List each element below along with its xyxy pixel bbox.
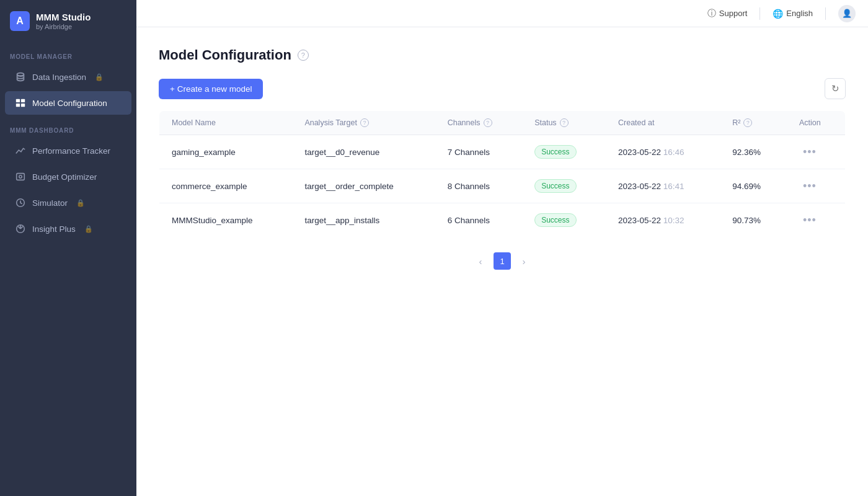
created-time: 16:46 <box>663 148 684 157</box>
sidebar-item-performance-tracker[interactable]: Performance Tracker <box>5 139 131 162</box>
cell-status: Success <box>522 135 606 169</box>
created-time: 10:32 <box>663 216 684 225</box>
cell-action: ••• <box>787 203 846 237</box>
table-header: Model Name Analysis Target ? Channels ? <box>159 111 846 135</box>
user-avatar[interactable]: 👤 <box>838 5 856 22</box>
cell-analysis-target: target__app_installs <box>292 203 435 237</box>
cell-created-at: 2023-05-22 10:32 <box>606 203 720 237</box>
logo-icon: A <box>10 11 30 31</box>
lock-icon-data-ingestion: 🔒 <box>95 73 104 81</box>
row-action-menu-button[interactable]: ••• <box>799 144 820 159</box>
refresh-icon: ↻ <box>831 83 839 94</box>
main-area: ⓘ Support 🌐 English 👤 Model Configuratio… <box>136 0 868 496</box>
cell-channels: 8 Channels <box>435 169 522 203</box>
support-button[interactable]: ⓘ Support <box>707 8 748 19</box>
cell-model-name: gaming_example <box>159 135 293 169</box>
model-icon <box>15 97 26 108</box>
topbar-divider-1 <box>760 7 760 20</box>
page-content: Model Configuration ? + Create a new mod… <box>136 27 868 496</box>
cell-r2: 92.36% <box>720 135 787 169</box>
cell-model-name: commerce_example <box>159 169 293 203</box>
cell-status: Success <box>522 169 606 203</box>
svg-rect-2 <box>16 104 20 107</box>
row-action-menu-button[interactable]: ••• <box>799 179 820 193</box>
status-badge: Success <box>534 213 576 227</box>
col-model-name: Model Name <box>159 111 293 135</box>
cell-created-at: 2023-05-22 16:41 <box>606 169 720 203</box>
chart-icon <box>15 145 26 156</box>
cell-r2: 90.73% <box>720 203 787 237</box>
status-badge: Success <box>534 145 576 159</box>
svg-rect-1 <box>21 99 25 102</box>
cell-channels: 6 Channels <box>435 203 522 237</box>
database-icon <box>15 71 26 82</box>
sidebar: A MMM Studio by Airbridge MODEL MANAGER … <box>0 0 136 496</box>
simulator-icon <box>15 197 26 208</box>
sidebar-item-model-configuration[interactable]: Model Configuration <box>5 91 131 115</box>
cell-status: Success <box>522 203 606 237</box>
cell-analysis-target: target__d0_revenue <box>292 135 435 169</box>
cell-model-name: MMMStudio_example <box>159 203 293 237</box>
support-icon: ⓘ <box>707 8 716 19</box>
sidebar-item-simulator[interactable]: Simulator 🔒 <box>5 191 131 215</box>
cell-action: ••• <box>787 135 846 169</box>
col-created-at: Created at <box>606 111 720 135</box>
sidebar-logo: A MMM Studio by Airbridge <box>0 0 136 42</box>
cell-created-at: 2023-05-22 16:46 <box>606 135 720 169</box>
prev-page-button[interactable]: ‹ <box>472 253 489 269</box>
budget-icon <box>15 171 26 182</box>
sidebar-item-insight-plus[interactable]: Insight Plus 🔒 <box>5 217 131 241</box>
col-analysis-target: Analysis Target ? <box>292 111 435 135</box>
page-header: Model Configuration ? <box>159 47 846 63</box>
logo-text: MMM Studio by Airbridge <box>36 12 91 30</box>
cell-r2: 94.69% <box>720 169 787 203</box>
section-label-model-manager: MODEL MANAGER <box>0 42 136 64</box>
svg-point-5 <box>19 175 22 179</box>
lock-icon-simulator: 🔒 <box>76 199 85 207</box>
status-badge: Success <box>534 179 576 193</box>
topbar: ⓘ Support 🌐 English 👤 <box>136 0 868 27</box>
create-new-model-button[interactable]: + Create a new model <box>159 79 263 99</box>
sidebar-item-label-model-configuration: Model Configuration <box>32 99 107 108</box>
language-selector[interactable]: 🌐 English <box>773 9 813 19</box>
toolbar: + Create a new model ↻ <box>159 78 846 99</box>
col-channels: Channels ? <box>435 111 522 135</box>
sidebar-item-label-data-ingestion: Data Ingestion <box>32 73 86 82</box>
sidebar-item-label-performance-tracker: Performance Tracker <box>32 146 110 156</box>
row-action-menu-button[interactable]: ••• <box>799 213 820 228</box>
avatar-icon: 👤 <box>842 9 852 18</box>
r2-help-icon[interactable]: ? <box>743 118 752 127</box>
channels-help-icon[interactable]: ? <box>484 118 492 127</box>
table-row: MMMStudio_example target__app_installs 6… <box>159 203 846 237</box>
cell-analysis-target: target__order_complete <box>292 169 435 203</box>
table-body: gaming_example target__d0_revenue 7 Chan… <box>159 135 846 237</box>
sidebar-item-label-insight-plus: Insight Plus <box>32 224 76 234</box>
svg-rect-4 <box>17 174 25 180</box>
cell-channels: 7 Channels <box>435 135 522 169</box>
created-time: 16:41 <box>663 182 684 191</box>
table-row: commerce_example target__order_complete … <box>159 169 846 203</box>
col-status: Status ? <box>522 111 606 135</box>
analysis-target-help-icon[interactable]: ? <box>360 118 369 127</box>
lock-icon-insight-plus: 🔒 <box>84 225 93 233</box>
col-r2: R² ? <box>720 111 787 135</box>
svg-rect-0 <box>16 99 20 102</box>
models-table: Model Name Analysis Target ? Channels ? <box>159 110 846 237</box>
support-label: Support <box>719 9 748 18</box>
sidebar-item-budget-optimizer[interactable]: Budget Optimizer <box>5 165 131 188</box>
table-row: gaming_example target__d0_revenue 7 Chan… <box>159 135 846 169</box>
app-title: MMM Studio <box>36 12 91 23</box>
refresh-button[interactable]: ↻ <box>825 78 846 99</box>
section-label-mmm-dashboard: MMM DASHBOARD <box>0 116 136 138</box>
pagination: ‹ 1 › <box>159 252 846 270</box>
next-page-button[interactable]: › <box>516 253 532 269</box>
sidebar-item-label-simulator: Simulator <box>32 198 68 208</box>
topbar-divider-2 <box>825 7 826 20</box>
page-1-button[interactable]: 1 <box>494 252 511 270</box>
status-help-icon[interactable]: ? <box>560 118 569 127</box>
sidebar-item-data-ingestion[interactable]: Data Ingestion 🔒 <box>5 65 131 89</box>
app-subtitle: by Airbridge <box>36 23 91 30</box>
sidebar-item-label-budget-optimizer: Budget Optimizer <box>32 172 97 182</box>
page-help-icon[interactable]: ? <box>298 50 309 61</box>
page-title: Model Configuration <box>159 47 291 63</box>
